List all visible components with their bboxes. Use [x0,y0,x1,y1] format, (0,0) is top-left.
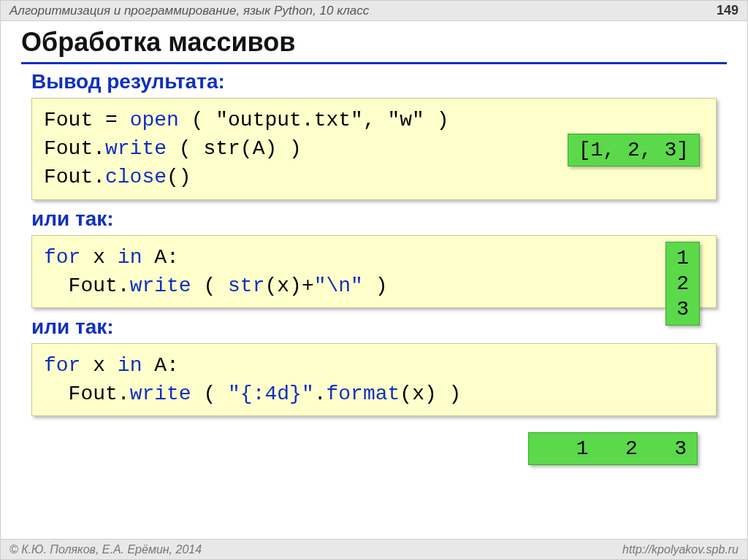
code-fn-write: write [105,137,167,160]
code-text: A: [142,246,178,269]
page-title: Обработка массивов [21,27,727,64]
code-text: Fout. [44,137,105,160]
output-box-3: 1 2 3 [528,432,698,465]
code-text: ( "output.txt", "w" ) [179,109,449,131]
code-block-1: Fout = open ( "output.txt", "w" ) Fout.w… [31,98,717,200]
code-kw-for: for [44,354,80,377]
code-fn-close: close [105,166,167,188]
section-subtitle: Вывод результата: [21,70,727,93]
code-text: ) [363,275,388,297]
code-fn-write: write [130,383,191,405]
code-text: Fout. [44,275,130,297]
slide-header: Алгоритмизация и программирование, язык … [1,1,747,21]
code-text: Fout. [44,166,105,188]
code-str-literal: "{:4d}" [228,383,314,405]
code-fn-open: open [130,109,179,131]
code-text: x [80,354,117,377]
alt-label-1: или так: [21,207,727,231]
code-str-literal: "\n" [314,275,363,297]
alt-label-2: или так: [21,315,727,339]
code-fn-write: write [130,275,191,297]
code-text: A: [142,354,178,377]
code-text: Fout. [44,383,130,405]
code-text: . [314,383,327,405]
slide-footer: © К.Ю. Поляков, Е.А. Ерёмин, 2014 http:/… [1,539,747,559]
header-title: Алгоритмизация и программирование, язык … [9,4,369,18]
code-fn-format: format [327,383,400,405]
slide-content: Обработка массивов Вывод результата: Fou… [1,21,747,465]
output-box-1: [1, 2, 3] [568,134,700,166]
code-text: Fout = [44,109,130,131]
code-text: ( [191,383,228,405]
page-number: 149 [717,3,739,18]
output-box-2: 1 2 3 [665,242,700,326]
footer-url: http://kpolyakov.spb.ru [622,543,739,556]
code-text: x [80,246,117,269]
footer-copyright: © К.Ю. Поляков, Е.А. Ерёмин, 2014 [9,543,202,556]
code-fn-str: str [228,275,264,297]
code-text: (x)+ [264,275,313,297]
code-text: ( [191,275,228,297]
code-block-3: for x in A: Fout.write ( "{:4d}".format(… [31,343,717,416]
output-row-3: 1 2 3 [21,432,727,465]
code-text: ( str(A) ) [167,137,302,160]
code-text: () [167,166,191,188]
code-kw-in: in [118,246,142,269]
code-text: (x) ) [400,383,461,405]
code-kw-for: for [44,246,80,269]
code-block-2: for x in A: Fout.write ( str(x)+"\n" )1 … [31,235,717,308]
code-kw-in: in [118,354,142,377]
